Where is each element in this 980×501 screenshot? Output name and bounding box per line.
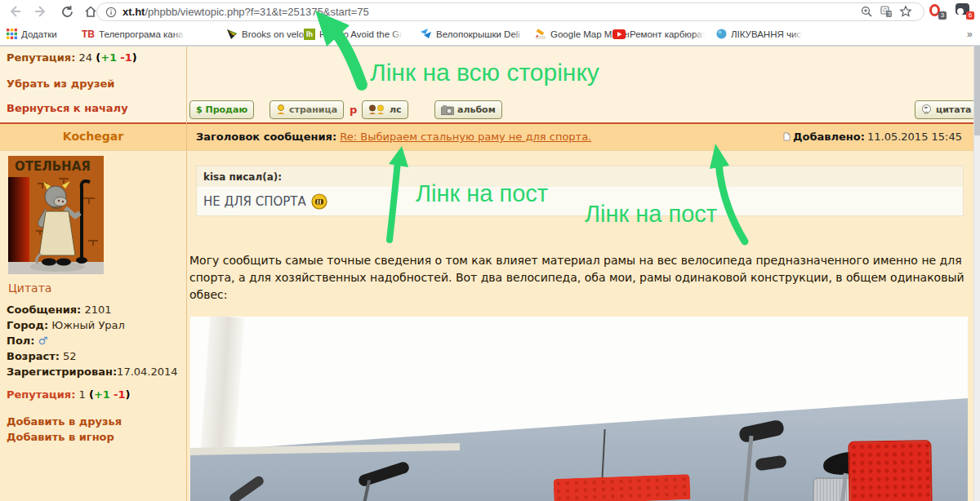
bookmark-tv[interactable]: ТВ Телепрограма канала [82, 27, 185, 41]
post-photo[interactable] [190, 317, 968, 501]
reputation-line: Репутация: 24 (+1 -1) [7, 51, 137, 64]
bookmark-label: Додатки [21, 29, 57, 39]
subject-label: Заголовок сообщения: [196, 131, 336, 143]
bookmark-label: Brooks on velospace, th [242, 29, 312, 39]
lifehacker-icon: lh [304, 29, 315, 40]
add-ignore-link[interactable]: Добавить в игнор [7, 431, 114, 443]
quote-box: kisa писал(а): НЕ ДЛЯ СПОРТА [196, 166, 964, 216]
reputation-label: Репутация: [7, 388, 75, 401]
zoom-in-icon[interactable] [861, 6, 873, 21]
quote-button-label: цитата [936, 104, 971, 115]
album-button-label: альбом [457, 104, 496, 115]
extension-dark-icon[interactable]: 6 [956, 3, 970, 16]
sell-button-label: $ Продаю [196, 104, 247, 115]
bookmark-star-icon[interactable] [899, 5, 912, 21]
reputation-label: Репутация: [7, 51, 75, 64]
bookmark-label: Телепрограма канала [99, 29, 185, 39]
added-label: Добавлено: [793, 131, 865, 143]
stat-city: Город: Южный Урал [7, 319, 125, 331]
red-p-text: р [350, 104, 357, 116]
smiley-person-icon [276, 104, 286, 115]
post-added: Добавлено: 11.05.2015 15:45 [783, 131, 962, 143]
address-bar[interactable]: xt.ht/phpbb/viewtopic.php?f=31&t=251375&… [96, 2, 924, 21]
quote-text: НЕ ДЛЯ СПОРТА [203, 194, 306, 209]
back-icon[interactable] [7, 3, 23, 20]
stat-value: 52 [63, 350, 77, 362]
bookmark-velospace[interactable]: Brooks on velospace, th [226, 27, 312, 41]
reputation-value: 24 [79, 51, 93, 64]
page-info-icon[interactable] [105, 7, 117, 18]
bookmark-apps[interactable]: Додатки [7, 27, 57, 41]
reputation-value: 1 [79, 388, 86, 401]
camera-icon [441, 105, 454, 115]
refresh-icon[interactable] [59, 3, 75, 20]
bookmarks-overflow-chevron[interactable]: » [967, 29, 973, 40]
stat-label: Сообщения: [7, 304, 81, 316]
male-symbol: ♂ [38, 335, 48, 347]
column-divider [186, 47, 187, 501]
extension-badge: 6 [966, 11, 974, 20]
svg-text:”: ” [924, 106, 928, 113]
blue-circle-icon [716, 29, 727, 39]
stat-value: Южный Урал [51, 319, 125, 331]
quote-profile-link[interactable]: Цитата [8, 282, 51, 295]
stat-registered: Зарегистрирован:17.04.2014 [7, 366, 178, 378]
bookmark-lifehacker[interactable]: lh How to Avoid the Green [304, 27, 403, 41]
browser-window: xt.ht/phpbb/viewtopic.php?f=31&t=251375&… [0, 0, 980, 501]
post-doc-icon[interactable] [783, 132, 791, 141]
reputation-line-sidebar: Репутация: 1 (+1 -1) [7, 388, 130, 401]
post-author: Kochegar [0, 130, 186, 143]
back-to-top-link[interactable]: Вернуться к началу [7, 102, 128, 114]
two-smileys-icon [368, 104, 386, 115]
bookmark-youtube[interactable]: Ремонт карбюратора в [612, 27, 705, 41]
wings-icon [421, 29, 432, 39]
bookmark-label: Ремонт карбюратора в [630, 29, 705, 39]
post-body-text: Могу сообщить самые точные сведения о то… [189, 252, 967, 304]
tv-icon: ТВ [82, 29, 95, 40]
page-scrollbar[interactable] [973, 46, 980, 501]
subject-link[interactable]: Re: Выбираем стальную раму не для спорта… [340, 131, 591, 143]
paren: ) [132, 51, 137, 64]
quote-bubble-icon: ” [921, 104, 933, 115]
annotation-post-link-1: Лінк на пост [416, 180, 548, 207]
add-friend-link[interactable]: Добавить в друзья [7, 415, 122, 428]
stat-label: Пол: [7, 335, 35, 347]
url-host: xt.ht [122, 6, 145, 18]
minus-one-link[interactable]: -1 [114, 388, 125, 401]
grin-smiley-icon [311, 193, 327, 210]
stat-gender: Пол: ♂ [7, 335, 47, 347]
avatar: ОТЕЛЬНАЯ [8, 156, 104, 274]
stat-age: Возраст: 52 [7, 350, 77, 362]
annotation-post-link-2: Лінк на пост [585, 201, 717, 228]
bookmark-likuvannia[interactable]: ЛІКУВАННЯ чистотілу , [716, 27, 803, 41]
bookmark-label: How to Avoid the Green [319, 29, 403, 39]
url-path: /phpbb/viewtopic.php?f=31&t=251375&start… [145, 6, 368, 18]
profile-page-button[interactable]: страница [270, 100, 344, 119]
url-text[interactable]: xt.ht/phpbb/viewtopic.php?f=31&t=251375&… [122, 6, 369, 18]
stat-label: Город: [7, 319, 48, 331]
private-message-button[interactable]: лс [362, 100, 408, 119]
stat-value: 17.04.2014 [117, 366, 177, 378]
remove-friend-link[interactable]: Убрать из друзей [7, 78, 114, 90]
scrollbar-thumb[interactable] [974, 46, 980, 135]
bookmark-label: Велопокрышки Deli Tire [436, 29, 524, 39]
browser-toolbar: xt.ht/phpbb/viewtopic.php?f=31&t=251375&… [0, 0, 980, 23]
bookmark-label: ЛІКУВАННЯ чистотілу , [731, 29, 803, 39]
translate-icon[interactable]: G文 [880, 6, 893, 21]
forward-icon[interactable] [33, 3, 49, 20]
album-button[interactable]: альбом [434, 100, 502, 119]
pencil-icon [535, 29, 546, 40]
flag-icon [226, 29, 238, 40]
bookmark-delitire[interactable]: Велопокрышки Deli Tire [421, 27, 524, 41]
quote-button[interactable]: ” цитата [915, 100, 978, 119]
paren: ) [125, 388, 130, 401]
apps-grid-icon [7, 29, 17, 39]
minus-one-link[interactable]: -1 [120, 51, 131, 64]
plus-one-link[interactable]: +1 [100, 51, 117, 64]
sell-button[interactable]: $ Продаю [189, 100, 254, 119]
extension-opera-icon[interactable]: 3 [929, 3, 943, 17]
page-button-label: страница [289, 104, 337, 115]
plus-one-link[interactable]: +1 [94, 388, 110, 401]
stat-label: Зарегистрирован: [7, 366, 117, 378]
added-value: 11.05.2015 15:45 [867, 131, 962, 143]
